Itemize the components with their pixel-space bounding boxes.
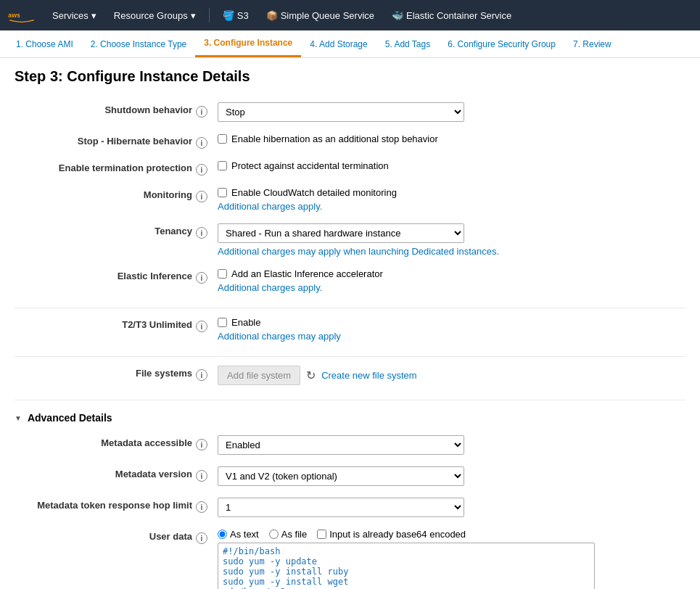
base64-checkbox-label[interactable]: Input is already base64 encoded bbox=[317, 529, 466, 540]
sqs-icon: 📦 bbox=[266, 10, 278, 21]
monitoring-charges-link[interactable]: Additional charges apply. bbox=[218, 201, 685, 212]
hibernate-behavior-row: Stop - Hibernate behavior i Enable hiber… bbox=[15, 128, 685, 155]
t2t3-checkbox-row: Enable bbox=[218, 317, 685, 328]
shutdown-behavior-select[interactable]: Stop Terminate bbox=[218, 102, 464, 122]
termination-protection-control: Protect against accidental termination bbox=[218, 160, 685, 171]
shutdown-behavior-row: Shutdown behavior i Stop Terminate bbox=[15, 96, 685, 128]
tenancy-row: Tenancy i Shared - Run a shared hardware… bbox=[15, 218, 685, 263]
user-data-textarea[interactable]: #!/bin/bash sudo yum -y update sudo yum … bbox=[218, 543, 595, 589]
metadata-version-select[interactable]: V1 and V2 (token optional) V2 only (toke… bbox=[218, 466, 464, 486]
metadata-hop-limit-label: Metadata token response hop limit i bbox=[15, 498, 218, 513]
resource-groups-label: Resource Groups bbox=[114, 10, 188, 21]
as-text-label: As text bbox=[230, 529, 259, 540]
elastic-inference-info-icon[interactable]: i bbox=[196, 272, 207, 284]
tenancy-select[interactable]: Shared - Run a shared hardware instance … bbox=[218, 223, 464, 243]
monitoring-row: Monitoring i Enable CloudWatch detailed … bbox=[15, 181, 685, 218]
advanced-details-triangle-icon: ▼ bbox=[15, 414, 22, 422]
metadata-hop-limit-select[interactable]: 1 2 3 4 5 bbox=[218, 498, 464, 517]
advanced-details-header[interactable]: ▼ Advanced Details bbox=[15, 406, 685, 429]
shutdown-behavior-label: Shutdown behavior i bbox=[15, 102, 218, 118]
t2t3-charges-link[interactable]: Additional charges may apply bbox=[218, 331, 685, 342]
ecs-nav[interactable]: 🐳 Elastic Container Service bbox=[384, 6, 519, 25]
monitoring-control: Enable CloudWatch detailed monitoring Ad… bbox=[218, 187, 685, 212]
monitoring-checkbox[interactable] bbox=[218, 188, 227, 197]
t2t3-label: T2/T3 Unlimited i bbox=[15, 317, 218, 332]
elastic-inference-label: Elastic Inference i bbox=[15, 268, 218, 284]
elastic-inference-control: Add an Elastic Inference accelerator Add… bbox=[218, 268, 685, 293]
elastic-inference-checkbox-label: Add an Elastic Inference accelerator bbox=[231, 268, 383, 279]
tab-choose-ami[interactable]: 1. Choose AMI bbox=[7, 32, 82, 57]
t2t3-checkbox[interactable] bbox=[218, 318, 227, 327]
as-file-label: As file bbox=[281, 529, 307, 540]
as-text-radio-label[interactable]: As text bbox=[218, 529, 259, 540]
user-data-info-icon[interactable]: i bbox=[196, 532, 207, 544]
create-file-system-link[interactable]: Create new file system bbox=[321, 370, 417, 381]
elastic-inference-checkbox-row: Add an Elastic Inference accelerator bbox=[218, 268, 685, 279]
s3-nav[interactable]: 🪣 S3 bbox=[215, 6, 256, 25]
advanced-details-label: Advanced Details bbox=[28, 412, 112, 424]
hibernate-checkbox[interactable] bbox=[218, 134, 227, 144]
hibernate-behavior-label: Stop - Hibernate behavior i bbox=[15, 133, 218, 149]
metadata-accessible-label: Metadata accessible i bbox=[15, 435, 218, 450]
user-data-format-radio-group: As text As file Input is already base64 … bbox=[218, 529, 685, 540]
tab-configure-instance[interactable]: 3. Configure Instance bbox=[195, 30, 301, 57]
sqs-label: Simple Queue Service bbox=[281, 10, 374, 21]
resource-groups-nav[interactable]: Resource Groups ▾ bbox=[107, 6, 203, 25]
shutdown-behavior-info-icon[interactable]: i bbox=[196, 106, 207, 118]
tenancy-control: Shared - Run a shared hardware instance … bbox=[218, 223, 685, 257]
t2t3-row: T2/T3 Unlimited i Enable Additional char… bbox=[15, 311, 685, 347]
t2t3-info-icon[interactable]: i bbox=[196, 321, 207, 332]
termination-checkbox[interactable] bbox=[218, 161, 227, 170]
termination-protection-info-icon[interactable]: i bbox=[196, 164, 207, 176]
sqs-nav[interactable]: 📦 Simple Queue Service bbox=[259, 6, 382, 25]
services-nav[interactable]: Services ▾ bbox=[45, 6, 104, 25]
metadata-hop-limit-info-icon[interactable]: i bbox=[196, 501, 207, 513]
file-systems-row: File systems i Add file system ↻ Create … bbox=[15, 360, 685, 391]
form-section-basic: Shutdown behavior i Stop Terminate Stop … bbox=[15, 96, 685, 308]
services-label: Services bbox=[52, 10, 88, 21]
ecs-label: Elastic Container Service bbox=[406, 10, 511, 21]
monitoring-checkbox-label: Enable CloudWatch detailed monitoring bbox=[231, 187, 397, 198]
tenancy-info-icon[interactable]: i bbox=[196, 227, 207, 239]
nav-divider-1 bbox=[209, 8, 210, 22]
file-systems-control: Add file system ↻ Create new file system bbox=[218, 366, 685, 385]
as-file-radio-label[interactable]: As file bbox=[269, 529, 307, 540]
hibernate-behavior-control: Enable hibernation as an additional stop… bbox=[218, 133, 685, 144]
tab-configure-security-group[interactable]: 6. Configure Security Group bbox=[439, 32, 564, 57]
metadata-version-info-icon[interactable]: i bbox=[196, 470, 207, 482]
main-content: Step 3: Configure Instance Details Shutd… bbox=[0, 58, 700, 589]
refresh-icon[interactable]: ↻ bbox=[306, 368, 316, 382]
termination-checkbox-row: Protect against accidental termination bbox=[218, 160, 685, 171]
user-data-control: As text As file Input is already base64 … bbox=[218, 529, 685, 589]
elastic-inference-charges-link[interactable]: Additional charges apply. bbox=[218, 282, 685, 293]
metadata-hop-limit-control: 1 2 3 4 5 bbox=[218, 498, 685, 517]
metadata-version-control: V1 and V2 (token optional) V2 only (toke… bbox=[218, 466, 685, 486]
monitoring-checkbox-row: Enable CloudWatch detailed monitoring bbox=[218, 187, 685, 198]
elastic-inference-checkbox[interactable] bbox=[218, 269, 227, 279]
top-navigation: aws Services ▾ Resource Groups ▾ 🪣 S3 📦 … bbox=[0, 0, 700, 30]
monitoring-info-icon[interactable]: i bbox=[196, 191, 207, 202]
wizard-tabs: 1. Choose AMI 2. Choose Instance Type 3.… bbox=[0, 30, 700, 58]
tenancy-charges-link[interactable]: Additional charges may apply when launch… bbox=[218, 246, 685, 257]
termination-protection-row: Enable termination protection i Protect … bbox=[15, 155, 685, 181]
metadata-version-label: Metadata version i bbox=[15, 466, 218, 482]
tab-review[interactable]: 7. Review bbox=[564, 32, 620, 57]
hibernate-behavior-info-icon[interactable]: i bbox=[196, 137, 207, 149]
metadata-accessible-info-icon[interactable]: i bbox=[196, 439, 207, 450]
metadata-hop-limit-row: Metadata token response hop limit i 1 2 … bbox=[15, 492, 685, 523]
advanced-details-section: ▼ Advanced Details Metadata accessible i… bbox=[15, 406, 685, 589]
file-systems-info-icon[interactable]: i bbox=[196, 369, 207, 381]
hibernate-checkbox-label: Enable hibernation as an additional stop… bbox=[231, 133, 438, 144]
resource-groups-chevron-icon: ▾ bbox=[191, 10, 196, 21]
metadata-accessible-select[interactable]: Enabled Disabled bbox=[218, 435, 464, 455]
base64-label: Input is already base64 encoded bbox=[329, 529, 466, 540]
tab-add-storage[interactable]: 4. Add Storage bbox=[301, 32, 376, 57]
tab-choose-instance-type[interactable]: 2. Choose Instance Type bbox=[82, 32, 196, 57]
base64-checkbox[interactable] bbox=[317, 530, 326, 539]
aws-logo: aws bbox=[7, 5, 36, 25]
as-text-radio[interactable] bbox=[218, 530, 227, 539]
tab-add-tags[interactable]: 5. Add Tags bbox=[376, 32, 440, 57]
as-file-radio[interactable] bbox=[269, 530, 279, 539]
t2t3-checkbox-label: Enable bbox=[231, 317, 260, 328]
svg-text:aws: aws bbox=[8, 12, 20, 19]
